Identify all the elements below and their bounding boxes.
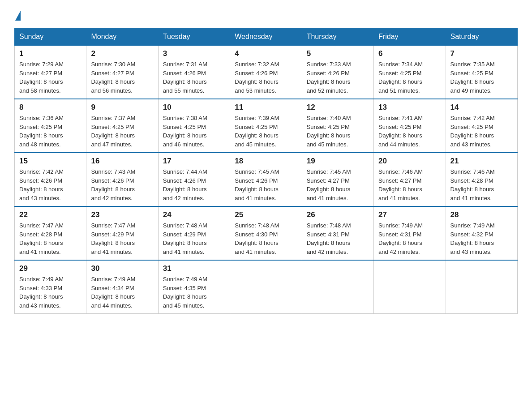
day-info: Sunrise: 7:35 AMSunset: 4:25 PMDaylight:… — [450, 60, 513, 95]
day-number: 13 — [378, 103, 441, 112]
calendar-cell: 21 Sunrise: 7:46 AMSunset: 4:28 PMDaylig… — [446, 153, 517, 206]
day-number: 8 — [19, 103, 82, 112]
calendar-cell: 22 Sunrise: 7:47 AMSunset: 4:28 PMDaylig… — [15, 206, 86, 260]
day-number: 6 — [378, 49, 441, 58]
weekday-header-friday: Friday — [374, 28, 446, 46]
calendar-cell: 29 Sunrise: 7:49 AMSunset: 4:33 PMDaylig… — [15, 260, 86, 314]
day-info: Sunrise: 7:46 AMSunset: 4:27 PMDaylight:… — [378, 167, 441, 202]
day-number: 30 — [91, 264, 153, 273]
day-number: 10 — [163, 103, 225, 112]
calendar-cell — [302, 260, 373, 314]
day-number: 23 — [91, 210, 153, 219]
day-number: 7 — [450, 49, 513, 58]
day-info: Sunrise: 7:30 AMSunset: 4:27 PMDaylight:… — [91, 60, 153, 95]
day-info: Sunrise: 7:32 AMSunset: 4:26 PMDaylight:… — [235, 60, 297, 95]
calendar-cell: 24 Sunrise: 7:48 AMSunset: 4:29 PMDaylig… — [158, 206, 230, 260]
day-info: Sunrise: 7:39 AMSunset: 4:25 PMDaylight:… — [235, 114, 297, 149]
calendar-cell: 23 Sunrise: 7:47 AMSunset: 4:29 PMDaylig… — [86, 206, 158, 260]
weekday-header-tuesday: Tuesday — [158, 28, 230, 46]
calendar-cell: 6 Sunrise: 7:34 AMSunset: 4:25 PMDayligh… — [374, 46, 446, 99]
calendar-cell: 18 Sunrise: 7:45 AMSunset: 4:26 PMDaylig… — [230, 153, 302, 206]
day-number: 11 — [235, 103, 297, 112]
day-number: 24 — [163, 210, 225, 219]
day-info: Sunrise: 7:49 AMSunset: 4:35 PMDaylight:… — [163, 275, 225, 310]
day-info: Sunrise: 7:43 AMSunset: 4:26 PMDaylight:… — [91, 167, 153, 202]
logo-triangle-icon — [15, 11, 21, 21]
calendar-week-row: 8 Sunrise: 7:36 AMSunset: 4:25 PMDayligh… — [15, 99, 518, 153]
day-info: Sunrise: 7:49 AMSunset: 4:32 PMDaylight:… — [450, 221, 513, 256]
day-info: Sunrise: 7:49 AMSunset: 4:33 PMDaylight:… — [19, 275, 82, 310]
day-number: 20 — [378, 157, 441, 166]
day-number: 22 — [19, 210, 82, 219]
day-info: Sunrise: 7:42 AMSunset: 4:25 PMDaylight:… — [450, 114, 513, 149]
day-number: 12 — [307, 103, 369, 112]
calendar-cell: 5 Sunrise: 7:33 AMSunset: 4:26 PMDayligh… — [302, 46, 373, 99]
day-number: 17 — [163, 157, 225, 166]
calendar-cell: 11 Sunrise: 7:39 AMSunset: 4:25 PMDaylig… — [230, 99, 302, 153]
day-number: 21 — [450, 157, 513, 166]
day-info: Sunrise: 7:44 AMSunset: 4:26 PMDaylight:… — [163, 167, 225, 202]
calendar-cell: 1 Sunrise: 7:29 AMSunset: 4:27 PMDayligh… — [15, 46, 86, 99]
calendar-cell: 17 Sunrise: 7:44 AMSunset: 4:26 PMDaylig… — [158, 153, 230, 206]
calendar-cell: 12 Sunrise: 7:40 AMSunset: 4:25 PMDaylig… — [302, 99, 373, 153]
weekday-header-thursday: Thursday — [302, 28, 373, 46]
calendar-cell: 26 Sunrise: 7:48 AMSunset: 4:31 PMDaylig… — [302, 206, 373, 260]
day-info: Sunrise: 7:33 AMSunset: 4:26 PMDaylight:… — [307, 60, 369, 95]
calendar-cell — [230, 260, 302, 314]
calendar-cell: 3 Sunrise: 7:31 AMSunset: 4:26 PMDayligh… — [158, 46, 230, 99]
calendar-cell: 15 Sunrise: 7:42 AMSunset: 4:26 PMDaylig… — [15, 153, 86, 206]
calendar-header-row: SundayMondayTuesdayWednesdayThursdayFrid… — [15, 28, 518, 46]
day-info: Sunrise: 7:45 AMSunset: 4:26 PMDaylight:… — [235, 167, 297, 202]
day-info: Sunrise: 7:48 AMSunset: 4:31 PMDaylight:… — [307, 221, 369, 256]
day-number: 1 — [19, 49, 82, 58]
day-info: Sunrise: 7:48 AMSunset: 4:29 PMDaylight:… — [163, 221, 225, 256]
weekday-header-wednesday: Wednesday — [230, 28, 302, 46]
weekday-header-monday: Monday — [86, 28, 158, 46]
day-info: Sunrise: 7:47 AMSunset: 4:28 PMDaylight:… — [19, 221, 82, 256]
calendar-cell: 16 Sunrise: 7:43 AMSunset: 4:26 PMDaylig… — [86, 153, 158, 206]
day-number: 29 — [19, 264, 82, 273]
day-number: 9 — [91, 103, 153, 112]
day-number: 31 — [163, 264, 225, 273]
day-info: Sunrise: 7:41 AMSunset: 4:25 PMDaylight:… — [378, 114, 441, 149]
calendar-cell — [374, 260, 446, 314]
calendar-cell: 25 Sunrise: 7:48 AMSunset: 4:30 PMDaylig… — [230, 206, 302, 260]
calendar-cell: 13 Sunrise: 7:41 AMSunset: 4:25 PMDaylig… — [374, 99, 446, 153]
day-info: Sunrise: 7:37 AMSunset: 4:25 PMDaylight:… — [91, 114, 153, 149]
calendar-cell: 27 Sunrise: 7:49 AMSunset: 4:31 PMDaylig… — [374, 206, 446, 260]
calendar-week-row: 29 Sunrise: 7:49 AMSunset: 4:33 PMDaylig… — [15, 260, 518, 314]
day-number: 19 — [307, 157, 369, 166]
day-info: Sunrise: 7:31 AMSunset: 4:26 PMDaylight:… — [163, 60, 225, 95]
day-info: Sunrise: 7:48 AMSunset: 4:30 PMDaylight:… — [235, 221, 297, 256]
day-number: 3 — [163, 49, 225, 58]
day-number: 28 — [450, 210, 513, 219]
calendar-cell: 4 Sunrise: 7:32 AMSunset: 4:26 PMDayligh… — [230, 46, 302, 99]
calendar-cell: 19 Sunrise: 7:45 AMSunset: 4:27 PMDaylig… — [302, 153, 373, 206]
day-info: Sunrise: 7:42 AMSunset: 4:26 PMDaylight:… — [19, 167, 82, 202]
day-info: Sunrise: 7:38 AMSunset: 4:25 PMDaylight:… — [163, 114, 225, 149]
day-info: Sunrise: 7:49 AMSunset: 4:31 PMDaylight:… — [378, 221, 441, 256]
calendar-cell: 10 Sunrise: 7:38 AMSunset: 4:25 PMDaylig… — [158, 99, 230, 153]
day-info: Sunrise: 7:36 AMSunset: 4:25 PMDaylight:… — [19, 114, 82, 149]
day-number: 18 — [235, 157, 297, 166]
day-info: Sunrise: 7:46 AMSunset: 4:28 PMDaylight:… — [450, 167, 513, 202]
calendar-cell — [446, 260, 517, 314]
day-info: Sunrise: 7:49 AMSunset: 4:34 PMDaylight:… — [91, 275, 153, 310]
calendar-cell: 2 Sunrise: 7:30 AMSunset: 4:27 PMDayligh… — [86, 46, 158, 99]
calendar-cell: 20 Sunrise: 7:46 AMSunset: 4:27 PMDaylig… — [374, 153, 446, 206]
day-number: 16 — [91, 157, 153, 166]
calendar-cell: 8 Sunrise: 7:36 AMSunset: 4:25 PMDayligh… — [15, 99, 86, 153]
day-number: 2 — [91, 49, 153, 58]
calendar-week-row: 22 Sunrise: 7:47 AMSunset: 4:28 PMDaylig… — [15, 206, 518, 260]
calendar-cell: 28 Sunrise: 7:49 AMSunset: 4:32 PMDaylig… — [446, 206, 517, 260]
day-number: 5 — [307, 49, 369, 58]
calendar-cell: 14 Sunrise: 7:42 AMSunset: 4:25 PMDaylig… — [446, 99, 517, 153]
day-info: Sunrise: 7:29 AMSunset: 4:27 PMDaylight:… — [19, 60, 82, 95]
day-info: Sunrise: 7:45 AMSunset: 4:27 PMDaylight:… — [307, 167, 369, 202]
day-number: 25 — [235, 210, 297, 219]
day-number: 4 — [235, 49, 297, 58]
calendar-cell: 31 Sunrise: 7:49 AMSunset: 4:35 PMDaylig… — [158, 260, 230, 314]
logo-top — [14, 11, 21, 21]
calendar-cell: 7 Sunrise: 7:35 AMSunset: 4:25 PMDayligh… — [446, 46, 517, 99]
calendar-cell: 9 Sunrise: 7:37 AMSunset: 4:25 PMDayligh… — [86, 99, 158, 153]
